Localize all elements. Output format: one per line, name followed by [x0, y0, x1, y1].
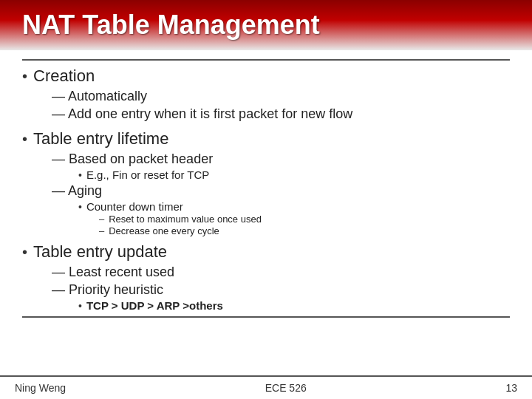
- decrease-cycle-label: Decrease one every cycle: [109, 225, 219, 236]
- tcp-udp-label: TCP > UDP > ARP >others: [86, 299, 223, 312]
- footer-center: ECE 526: [265, 382, 307, 394]
- creation-auto: — Automatically: [52, 89, 147, 104]
- lifetime-sub2: — Aging: [52, 183, 510, 199]
- tcp-udp-dot: • TCP > UDP > ARP >others: [78, 299, 510, 312]
- bullet-marker-3: •: [22, 244, 27, 261]
- priority-subitems: • TCP > UDP > ARP >others: [78, 299, 510, 312]
- packet-header-subitems: • E.g., Fin or reset for TCP: [78, 168, 510, 181]
- aging-subitems: • Counter down timer – Reset to maximum …: [78, 200, 510, 236]
- creation-sub1: — Automatically: [52, 89, 510, 104]
- bullet-update: • Table entry update: [22, 242, 510, 262]
- reset-max-item: – Reset to maximum value once used: [99, 214, 510, 225]
- bullet-lifetime: • Table entry lifetime: [22, 129, 510, 149]
- content-area: • Creation — Automatically — Add one ent…: [0, 50, 532, 375]
- update-sub2: — Priority heuristic: [52, 282, 510, 298]
- creation-sub2: — Add one entry when it is first packet …: [52, 106, 510, 122]
- dot-marker-1: •: [78, 169, 82, 181]
- dash-small-1: –: [99, 214, 104, 225]
- bullet-creation: • Creation: [22, 66, 510, 86]
- counter-down-dot: • Counter down timer: [78, 200, 510, 213]
- update-sub1: — Least recent used: [52, 265, 510, 280]
- counter-timer-label: Counter down timer: [86, 200, 183, 213]
- creation-label: Creation: [33, 66, 95, 86]
- header: NAT Table Management: [0, 0, 532, 50]
- creation-add: — Add one entry when it is first packet …: [52, 106, 352, 122]
- dot-marker-2: •: [78, 201, 82, 213]
- lru-label: — Least recent used: [52, 265, 174, 280]
- priority-label: — Priority heuristic: [52, 282, 163, 298]
- footer: Ning Weng ECE 526 13: [0, 375, 532, 399]
- dash-small-2: –: [99, 225, 104, 236]
- bottom-divider: [22, 316, 510, 318]
- decrease-cycle-item: – Decrease one every cycle: [99, 225, 510, 236]
- counter-subitems: – Reset to maximum value once used – Dec…: [99, 214, 510, 236]
- eg-fin-label: E.g., Fin or reset for TCP: [86, 168, 209, 181]
- footer-left: Ning Weng: [15, 382, 66, 394]
- aging-label: — Aging: [52, 183, 102, 199]
- reset-max-label: Reset to maximum value once used: [109, 214, 262, 225]
- lifetime-label: Table entry lifetime: [33, 129, 168, 149]
- bullet-marker-2: •: [22, 131, 27, 148]
- footer-right: 13: [505, 382, 517, 394]
- slide: NAT Table Management • Creation — Automa…: [0, 0, 532, 399]
- update-label: Table entry update: [33, 242, 167, 262]
- lifetime-subitems: — Based on packet header • E.g., Fin or …: [52, 151, 510, 236]
- update-subitems: — Least recent used — Priority heuristic…: [52, 265, 510, 312]
- creation-subitems: — Automatically — Add one entry when it …: [52, 89, 510, 122]
- packet-header-label: — Based on packet header: [52, 151, 213, 167]
- top-divider: [22, 59, 510, 61]
- lifetime-sub1: — Based on packet header: [52, 151, 510, 167]
- slide-title: NAT Table Management: [22, 10, 320, 41]
- dot-marker-3: •: [78, 300, 82, 312]
- packet-header-dot: • E.g., Fin or reset for TCP: [78, 168, 510, 181]
- bullet-marker-1: •: [22, 68, 27, 85]
